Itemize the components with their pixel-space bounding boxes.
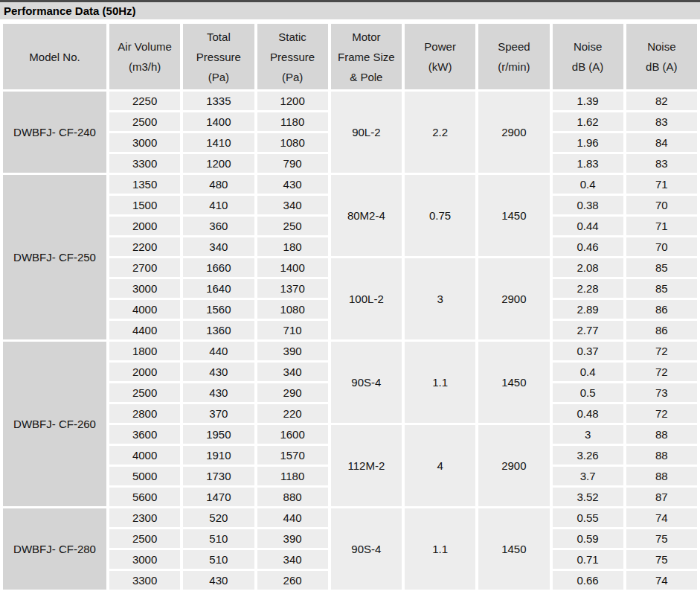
model-cell: DWBFJ- CF-280 <box>3 508 106 590</box>
cell-static-pressure: 710 <box>257 321 328 339</box>
header-line: Air Volume <box>109 36 180 57</box>
cell-power: 4 <box>405 425 475 506</box>
header-row: Model No. Air Volume(m3/h) TotalPressure… <box>3 24 697 89</box>
cell-air-volume: 2800 <box>109 404 180 423</box>
cell-motor-frame: 90L-2 <box>331 92 402 173</box>
cell-static-pressure: 180 <box>257 237 328 256</box>
page-title: Performance Data (50Hz) <box>0 2 700 19</box>
cell-total-pressure: 1400 <box>183 112 254 131</box>
header-line: Total <box>183 27 254 47</box>
cell-speed: 2900 <box>478 425 549 506</box>
cell-total-pressure: 1360 <box>183 321 254 339</box>
cell-noise-1: 0.4 <box>553 175 623 194</box>
cell-noise-2: 71 <box>626 175 697 194</box>
header-line: (Pa) <box>257 67 328 87</box>
cell-motor-frame: 100L-2 <box>331 258 402 339</box>
header-line: Power <box>405 36 475 57</box>
cell-static-pressure: 250 <box>257 217 328 235</box>
header-noise-2: NoisedB (A) <box>626 24 697 89</box>
cell-noise-2: 72 <box>626 363 697 381</box>
cell-noise-2: 72 <box>626 404 697 423</box>
cell-speed: 1450 <box>478 342 549 423</box>
cell-static-pressure: 1600 <box>257 425 328 444</box>
cell-noise-1: 2.08 <box>553 258 623 277</box>
cell-air-volume: 2500 <box>109 383 180 402</box>
header-line: (r/min) <box>478 57 549 77</box>
cell-static-pressure: 1080 <box>257 133 328 152</box>
cell-power: 0.75 <box>405 175 475 256</box>
cell-noise-1: 0.4 <box>553 363 623 381</box>
cell-noise-1: 1.83 <box>553 154 623 173</box>
cell-noise-2: 73 <box>626 383 697 402</box>
cell-total-pressure: 360 <box>183 217 254 235</box>
cell-noise-2: 84 <box>626 133 697 152</box>
cell-motor-frame: 90S-4 <box>331 342 402 423</box>
header-total-pressure: TotalPressure(Pa) <box>183 24 254 89</box>
model-cell: DWBFJ- CF-260 <box>3 342 106 506</box>
header-line: Noise <box>553 36 623 57</box>
table-row: 3600 1950 1600 112M-2 4 2900 3 88 <box>3 425 697 444</box>
cell-noise-2: 70 <box>626 196 697 214</box>
header-line: Noise <box>626 36 697 57</box>
cell-noise-2: 71 <box>626 217 697 235</box>
cell-speed: 1450 <box>478 175 549 256</box>
cell-power: 1.1 <box>405 508 475 590</box>
cell-noise-1: 0.48 <box>553 404 623 423</box>
cell-motor-frame: 80M2-4 <box>331 175 402 256</box>
cell-noise-1: 0.46 <box>553 237 623 256</box>
header-line: Static <box>257 27 328 47</box>
cell-power: 2.2 <box>405 92 475 173</box>
cell-static-pressure: 340 <box>257 196 328 214</box>
cell-noise-2: 85 <box>626 258 697 277</box>
cell-noise-2: 70 <box>626 237 697 256</box>
cell-noise-1: 0.44 <box>553 217 623 235</box>
cell-air-volume: 2000 <box>109 363 180 381</box>
cell-noise-2: 88 <box>626 467 697 485</box>
header-power: Power(kW) <box>405 24 475 89</box>
header-speed: Speed(r/min) <box>478 24 549 89</box>
cell-noise-2: 86 <box>626 321 697 339</box>
cell-total-pressure: 430 <box>183 571 254 590</box>
header-air-volume: Air Volume(m3/h) <box>109 24 180 89</box>
cell-static-pressure: 430 <box>257 175 328 194</box>
cell-air-volume: 3000 <box>109 133 180 152</box>
cell-noise-1: 0.66 <box>553 571 623 590</box>
table-row: DWBFJ- CF-260 1800 440 390 90S-4 1.1 145… <box>3 342 697 360</box>
cell-air-volume: 2700 <box>109 258 180 277</box>
cell-total-pressure: 1640 <box>183 279 254 298</box>
cell-air-volume: 2250 <box>109 92 180 110</box>
cell-noise-1: 2.77 <box>553 321 623 339</box>
table-row: DWBFJ- CF-240 2250 1335 1200 90L-2 2.2 2… <box>3 92 697 110</box>
cell-noise-1: 0.59 <box>553 529 623 548</box>
cell-noise-1: 1.96 <box>553 133 623 152</box>
cell-static-pressure: 1370 <box>257 279 328 298</box>
cell-noise-1: 1.62 <box>553 112 623 131</box>
cell-noise-2: 74 <box>626 508 697 527</box>
cell-total-pressure: 1950 <box>183 425 254 444</box>
cell-air-volume: 2500 <box>109 112 180 131</box>
header-model: Model No. <box>3 24 106 89</box>
cell-noise-2: 86 <box>626 300 697 319</box>
cell-air-volume: 2300 <box>109 508 180 527</box>
cell-air-volume: 4000 <box>109 446 180 465</box>
cell-total-pressure: 1200 <box>183 154 254 173</box>
cell-total-pressure: 1335 <box>183 92 254 110</box>
cell-static-pressure: 1080 <box>257 300 328 319</box>
cell-static-pressure: 1200 <box>257 92 328 110</box>
header-line: Model No. <box>3 47 106 67</box>
cell-total-pressure: 430 <box>183 363 254 381</box>
cell-noise-1: 3.7 <box>553 467 623 485</box>
cell-static-pressure: 390 <box>257 529 328 548</box>
header-line: (m3/h) <box>109 57 180 77</box>
header-line: Pressure <box>183 47 254 67</box>
cell-total-pressure: 1660 <box>183 258 254 277</box>
model-cell: DWBFJ- CF-250 <box>3 175 106 339</box>
cell-total-pressure: 1410 <box>183 133 254 152</box>
cell-static-pressure: 340 <box>257 363 328 381</box>
cell-air-volume: 1800 <box>109 342 180 360</box>
cell-total-pressure: 480 <box>183 175 254 194</box>
cell-static-pressure: 340 <box>257 550 328 569</box>
cell-air-volume: 1350 <box>109 175 180 194</box>
cell-noise-2: 85 <box>626 279 697 298</box>
header-line: Pressure <box>257 47 328 67</box>
